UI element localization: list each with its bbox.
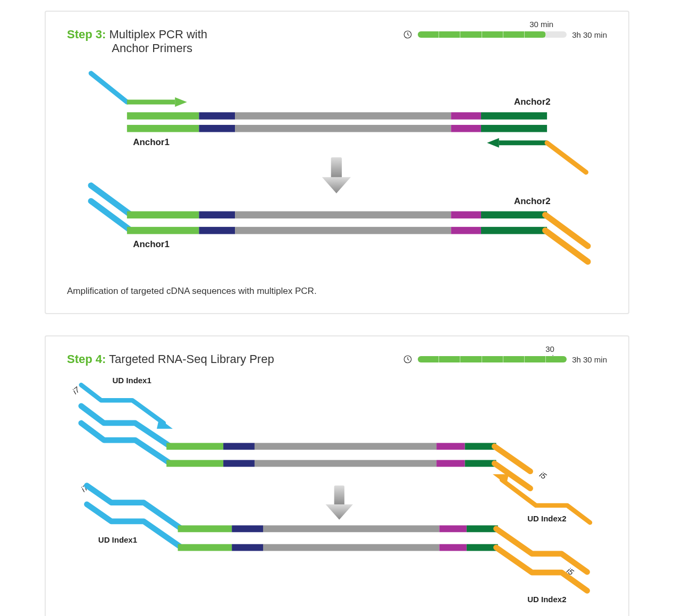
svg-marker-18 [322,177,351,193]
svg-rect-17 [331,157,342,179]
svg-rect-21 [199,212,235,219]
svg-rect-20 [127,212,199,219]
progress-ticks [418,356,567,362]
step4-progress-bar [418,356,567,362]
svg-rect-50 [263,526,440,533]
step3-time-block: 30 min 3h 30 min [403,30,607,39]
svg-rect-30 [451,227,481,234]
svg-rect-13 [481,125,547,132]
svg-rect-5 [199,112,235,120]
primer-anchor2-top [487,138,586,172]
svg-rect-31 [481,227,547,234]
svg-rect-36 [223,443,255,450]
svg-rect-53 [178,544,232,551]
ud-index2-label-bottom: UD Index2 [527,595,566,604]
step4-label: Step 4: [67,352,106,366]
step4-time-total: 3h 30 min [572,355,607,364]
step3-card: Step 3: Multiplex PCR with Anchor Primer… [45,11,629,314]
step3-diagram: Anchor2 Anchor1 [67,55,607,277]
svg-rect-22 [235,212,451,219]
svg-line-19 [91,185,130,214]
svg-rect-28 [199,227,235,234]
svg-rect-37 [255,443,436,450]
svg-rect-24 [481,212,547,219]
step4-card: Step 4: Targeted RNA-Seq Library Prep 30… [45,335,629,616]
ud-index1-label-bottom: UD Index1 [98,535,137,544]
svg-rect-7 [451,112,481,120]
svg-marker-14 [487,138,499,148]
step4-time-block: 30 min 3h 30 min [403,355,607,364]
svg-rect-39 [465,443,496,450]
ud-index1-label-top: UD Index1 [113,376,151,385]
svg-line-32 [545,231,588,262]
step3-header: Step 3: Multiplex PCR with Anchor Primer… [67,28,607,55]
svg-rect-10 [199,125,235,132]
i5-label-top: i5 [538,470,549,481]
progress-ticks [418,31,567,38]
svg-line-26 [91,201,130,230]
svg-marker-3 [175,97,187,107]
down-arrow-icon [322,157,351,193]
svg-rect-9 [127,125,199,132]
step4-title-text: Targeted RNA-Seq Library Prep [109,352,274,366]
anchor1-label-top: Anchor1 [133,137,170,147]
primer-anchor1-top [91,73,187,107]
svg-rect-40 [166,460,223,467]
svg-line-16 [547,143,586,172]
ud-index2-label-top: UD Index2 [527,514,566,523]
step4-diagram: i7 UD Index1 i5 [67,366,607,616]
svg-rect-6 [235,112,451,120]
step3-caption: Amplification of targeted cDNA sequences… [67,285,607,298]
svg-rect-56 [440,544,467,551]
strand-top-1 [127,112,547,120]
svg-rect-27 [127,227,199,234]
step3-title-line2: Anchor Primers [112,41,192,55]
step3-title: Step 3: Multiplex PCR with Anchor Primer… [67,28,207,55]
svg-rect-12 [451,125,481,132]
svg-rect-38 [436,443,465,450]
svg-marker-47 [326,504,353,520]
svg-rect-46 [334,486,344,505]
svg-marker-34 [157,419,173,429]
anchor2-label-bottom: Anchor2 [514,196,551,206]
svg-marker-45 [493,475,509,485]
svg-rect-42 [255,460,436,467]
svg-rect-51 [440,526,467,533]
step4-title: Step 4: Targeted RNA-Seq Library Prep [67,352,274,366]
anchor1-label-bottom: Anchor1 [133,239,170,249]
svg-rect-8 [481,112,547,120]
clock-icon [403,355,412,364]
svg-rect-29 [235,227,451,234]
svg-rect-55 [263,544,440,551]
svg-line-25 [545,215,588,246]
step3-progress-wrap: 30 min [418,31,567,38]
svg-rect-41 [223,460,255,467]
svg-rect-35 [166,443,223,450]
step3-time-segment: 30 min [529,20,553,29]
strand-bottom-2 [91,201,588,261]
svg-rect-11 [235,125,451,132]
svg-rect-23 [451,212,481,219]
step4-progress-wrap: 30 min [418,356,567,362]
svg-line-1 [91,73,127,102]
down-arrow-icon [326,486,353,520]
svg-rect-54 [232,544,263,551]
step4-header: Step 4: Targeted RNA-Seq Library Prep 30… [67,352,607,366]
svg-rect-4 [127,112,199,120]
step3-progress-bar [418,31,567,38]
anchor2-label-top: Anchor2 [514,97,551,107]
svg-rect-43 [436,460,465,467]
svg-rect-57 [467,544,498,551]
step3-title-line1: Multiplex PCR with [109,28,207,41]
svg-rect-49 [232,526,263,533]
step3-time-total: 3h 30 min [572,30,607,39]
step3-label: Step 3: [67,28,106,41]
clock-icon [403,30,412,39]
svg-rect-48 [178,526,232,533]
strand-bottom-1 [91,185,588,246]
svg-rect-52 [467,526,498,533]
strand-top-2 [127,125,547,132]
svg-rect-44 [465,460,496,467]
